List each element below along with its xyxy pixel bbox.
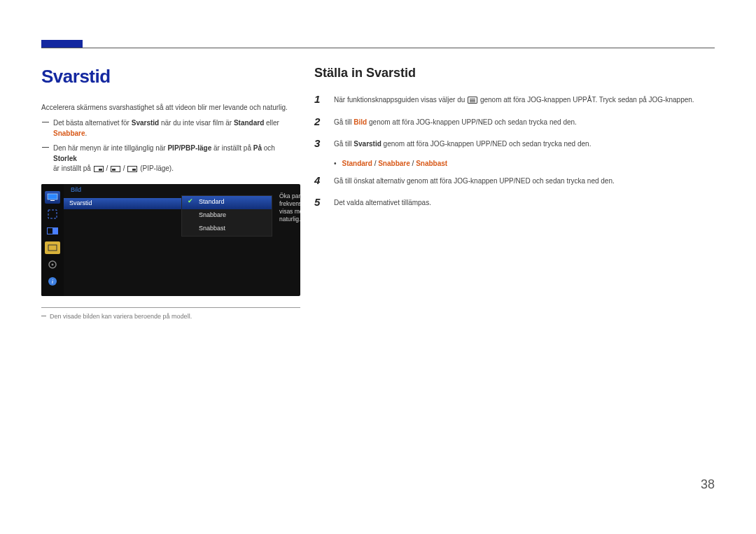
svg-rect-1 <box>50 200 55 201</box>
osd-icon-pip <box>45 225 60 237</box>
step-1: 1 När funktionsknappsguiden visas väljer… <box>314 93 713 106</box>
osd-description: Öka panelens frekvens så att videon visa… <box>279 192 300 223</box>
note1-text-end: . <box>85 129 88 137</box>
intro-text: Accelerera skärmens svarshastighet så at… <box>41 103 300 113</box>
step-num-4: 4 <box>314 174 324 186</box>
step3-post: genom att föra JOG-knappen UPP/NED och s… <box>382 140 592 148</box>
options-text: Standard / Snabbare / Snabbast <box>342 160 448 167</box>
options-bullet: • Standard / Snabbare / Snabbast <box>334 160 713 167</box>
osd-icon-picture <box>45 191 60 204</box>
note-2: Den här menyn är inte tillgänglig när PI… <box>41 143 300 174</box>
opt-standard: Standard <box>342 160 372 167</box>
osd-sidebar: i <box>41 184 64 296</box>
note1-text-pre: Det bästa alternativet för <box>53 119 132 127</box>
step2-post: genom att föra JOG-knappen UPP/NED och s… <box>367 118 577 126</box>
steps-list: 1 När funktionsknappsguiden visas väljer… <box>314 93 713 209</box>
note2-text-mid: är inställt på <box>211 144 253 152</box>
note1-bold-standard: Standard <box>234 119 264 127</box>
note2-bold-storlek: Storlek <box>53 155 77 162</box>
step-1-text: När funktionsknappsguiden visas väljer d… <box>334 93 713 106</box>
osd-option-standard: Standard <box>182 196 272 209</box>
note2-line2-suf: (PIP-läge). <box>138 164 174 172</box>
step2-pre: Gå till <box>334 118 354 126</box>
pip-size-icon-1 <box>94 166 104 172</box>
note1-text-mid: när du inte visar film är <box>159 119 234 127</box>
step-num-2: 2 <box>314 115 324 127</box>
opt-sep2: / <box>410 160 416 167</box>
note2-line2-pre: är inställt på <box>53 164 93 172</box>
svg-rect-2 <box>48 210 57 218</box>
right-column: Ställa in Svarstid 1 När funktionsknapps… <box>314 66 713 218</box>
step-4-text: Gå till önskat alternativ genom att föra… <box>334 174 713 187</box>
header-accent-bar <box>41 40 83 48</box>
section-title-svarstid: Svarstid <box>41 66 300 87</box>
note1-orange-snabbare: Snabbare <box>53 129 85 137</box>
osd-selected-row: Svarstid <box>64 198 181 209</box>
step2-bold: Bild <box>354 118 367 126</box>
header-rule <box>41 48 715 48</box>
opt-sep1: / <box>372 160 378 167</box>
step-num-5: 5 <box>314 196 324 208</box>
note1-text-mid2: eller <box>264 119 279 127</box>
pip-size-icon-2 <box>111 166 120 172</box>
svg-rect-0 <box>48 194 57 199</box>
step-4: 4 Gå till önskat alternativ genom att fö… <box>314 174 713 187</box>
osd-icon-screen <box>45 208 60 220</box>
osd-option-snabbare: Snabbare <box>182 209 272 223</box>
osd-icon-display <box>45 241 60 254</box>
opt-snabbast: Snabbast <box>416 160 447 167</box>
osd-breadcrumb: Bild <box>64 184 300 195</box>
footnote-text: Den visade bilden kan variera beroende p… <box>41 313 300 320</box>
step-num-1: 1 <box>314 93 324 105</box>
section-title-installa: Ställa in Svarstid <box>314 66 713 80</box>
osd-icon-settings <box>45 258 60 271</box>
bullet-dot: • <box>334 160 337 167</box>
step-2: 2 Gå till Bild genom att föra JOG-knappe… <box>314 115 713 128</box>
note-1: Det bästa alternativet för Svarstid när … <box>41 118 300 139</box>
osd-submenu: Standard Snabbare Snabbast <box>181 195 272 237</box>
step-5: 5 Det valda alternativet tillämpas. <box>314 196 713 209</box>
note2-text-mid2: och <box>262 144 275 152</box>
svg-point-7 <box>52 263 54 265</box>
note1-bold-svarstid: Svarstid <box>132 119 159 127</box>
step-5-text: Det valda alternativet tillämpas. <box>334 196 713 209</box>
step1-pre: När funktionsknappsguiden visas väljer d… <box>334 96 467 104</box>
menu-icon <box>468 97 477 104</box>
step3-bold: Svarstid <box>354 140 381 148</box>
svg-rect-5 <box>48 245 57 251</box>
page-number: 38 <box>701 477 715 492</box>
step-3-text: Gå till Svarstid genom att föra JOG-knap… <box>334 137 713 150</box>
svg-rect-4 <box>52 227 58 234</box>
step-num-3: 3 <box>314 137 324 149</box>
osd-option-snabbast: Snabbast <box>182 223 272 236</box>
left-column: Svarstid Accelerera skärmens svarshastig… <box>41 66 300 296</box>
osd-screenshot: i Bild Svarstid Standard Snabbare Snabba… <box>41 184 300 296</box>
step-3: 3 Gå till Svarstid genom att föra JOG-kn… <box>314 137 713 150</box>
step-2-text: Gå till Bild genom att föra JOG-knappen … <box>334 115 713 128</box>
osd-icon-info: i <box>45 275 60 288</box>
step1-post: genom att föra JOG-knappen UPPÅT. Tryck … <box>478 96 694 104</box>
step3-pre: Gå till <box>334 140 354 148</box>
opt-snabbare: Snabbare <box>378 160 410 167</box>
note2-bold-pip: PIP/PBP-läge <box>167 144 211 152</box>
note2-bold-pa: På <box>253 144 262 152</box>
footnote-rule <box>41 307 300 308</box>
pip-size-icon-3 <box>127 166 137 172</box>
note2-text-pre: Den här menyn är inte tillgänglig när <box>53 144 167 152</box>
